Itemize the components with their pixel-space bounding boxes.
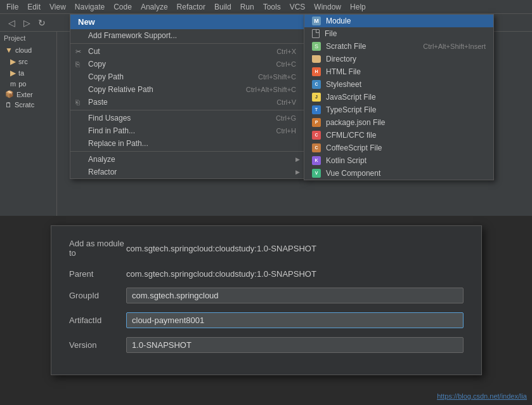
ctx-item-copy-relative-label: Copy Relative Path <box>88 85 153 94</box>
dialog-row-add-as-module: Add as module to com.sgtech.springcloud:… <box>69 239 464 258</box>
ctx-item-refactor[interactable]: Refactor <box>70 166 304 178</box>
dialog-version-input[interactable] <box>126 337 464 353</box>
toolbar-back-btn[interactable]: ◁ <box>5 17 18 29</box>
ctx-separator-3 <box>70 151 304 152</box>
ctx-item-add-framework[interactable]: Add Framework Support... <box>70 29 304 42</box>
ctx-item-copy-path[interactable]: Copy Path Ctrl+Shift+C <box>70 70 304 83</box>
dialog-artifactid-input[interactable] <box>126 312 464 328</box>
css-icon: C <box>312 80 321 89</box>
copy-icon: ⎘ <box>75 60 80 68</box>
scratch-icon: 🗒 <box>5 101 12 109</box>
sub-item-cfml[interactable]: C CFML/CFC file <box>304 129 493 142</box>
sidebar-item-po[interactable]: m po <box>0 79 56 89</box>
menu-code[interactable]: Code <box>110 1 136 13</box>
folder-icon: ▼ <box>5 46 13 55</box>
menu-run[interactable]: Run <box>237 1 258 13</box>
ctx-separator-1 <box>70 43 304 44</box>
menu-window[interactable]: Window <box>310 1 345 13</box>
ctx-item-copy-relative-shortcut: Ctrl+Alt+Shift+C <box>246 86 296 93</box>
dialog-row-artifactid: ArtifactId <box>69 312 464 328</box>
menu-file[interactable]: File <box>3 1 22 13</box>
menu-tools[interactable]: Tools <box>259 1 285 13</box>
ctx-item-cut[interactable]: ✂ Cut Ctrl+X <box>70 45 304 58</box>
menu-navigate[interactable]: Navigate <box>71 1 108 13</box>
file-icon <box>312 29 320 38</box>
ctx-item-paste[interactable]: ⎗ Paste Ctrl+V <box>70 96 304 109</box>
sidebar-item-extern-label: Exter <box>16 91 33 98</box>
ctx-item-find-usages-shortcut: Ctrl+G <box>276 114 296 122</box>
menu-edit[interactable]: Edit <box>23 1 44 13</box>
sub-item-scratch-file-label: Scratch File <box>326 42 366 51</box>
sidebar-item-scratch[interactable]: 🗒 Scratc <box>0 100 56 110</box>
sidebar-item-ta[interactable]: ▶ ta <box>0 67 56 79</box>
sub-item-module[interactable]: M Module <box>304 15 493 27</box>
dialog-row-parent: Parent com.sgtech.springcloud:cloudstudy… <box>69 269 464 279</box>
module-dialog: Add as module to com.sgtech.springcloud:… <box>51 225 482 375</box>
dialog-groupid-input[interactable] <box>126 288 464 303</box>
module-icon: M <box>312 17 321 25</box>
sub-item-vue[interactable]: V Vue Component <box>304 167 493 180</box>
kotlin-icon: K <box>312 156 321 165</box>
sidebar-item-extern[interactable]: 📦 Exter <box>0 89 56 100</box>
sub-item-ts-label: TypeScript File <box>326 105 376 114</box>
file-icon-po: m <box>10 80 16 88</box>
ctx-item-refactor-label: Refactor <box>88 168 117 176</box>
sub-item-scratch-file-shortcut: Ctrl+Alt+Shift+Insert <box>423 43 486 50</box>
sub-item-js[interactable]: J JavaScript File <box>304 91 493 103</box>
ctx-item-copy-relative[interactable]: Copy Relative Path Ctrl+Alt+Shift+C <box>70 83 304 96</box>
sub-item-html[interactable]: H HTML File <box>304 65 493 78</box>
watermark: https://blog.csdn.net/index/lia <box>437 392 527 400</box>
sub-item-file-label: File <box>325 29 337 38</box>
ctx-item-analyze[interactable]: Analyze <box>70 153 304 166</box>
sidebar-panel: Project ▼ cloud ▶ src ▶ ta m po 📦 Exter … <box>0 32 57 216</box>
sub-item-js-label: JavaScript File <box>326 93 376 102</box>
dialog-row-groupid: GroupId <box>69 288 464 303</box>
toolbar-forward-btn[interactable]: ▷ <box>20 17 33 29</box>
sidebar-item-src[interactable]: ▶ src <box>0 56 56 67</box>
ctx-item-cut-shortcut: Ctrl+X <box>276 48 296 55</box>
sidebar-item-src-label: src <box>18 58 28 65</box>
html-icon: H <box>312 67 321 76</box>
sub-item-kotlin[interactable]: K Kotlin Script <box>304 154 493 167</box>
json-icon: P <box>312 118 321 127</box>
sidebar-item-po-label: po <box>18 80 26 88</box>
ctx-separator-2 <box>70 110 304 110</box>
dialog-parent-value: com.sgtech.springcloud:cloudstudy:1.0-SN… <box>126 269 316 279</box>
ctx-item-copy-path-shortcut: Ctrl+Shift+C <box>258 73 296 81</box>
sub-item-package-json-label: package.json File <box>326 118 385 127</box>
ts-icon: T <box>312 105 321 114</box>
menu-build[interactable]: Build <box>211 1 235 13</box>
dialog-row-version: Version <box>69 337 464 353</box>
context-menu-header: New <box>70 15 304 29</box>
ctx-item-replace-in-path[interactable]: Replace in Path... <box>70 137 304 150</box>
menu-help[interactable]: Help <box>346 1 370 13</box>
sub-item-vue-label: Vue Component <box>326 169 380 178</box>
sub-item-cfml-label: CFML/CFC file <box>326 131 376 140</box>
ctx-item-copy-label: Copy <box>88 60 106 69</box>
scratch-file-icon: S <box>312 42 321 51</box>
sidebar-item-cloud[interactable]: ▼ cloud <box>0 44 56 56</box>
directory-icon <box>312 55 321 63</box>
menu-refactor[interactable]: Refactor <box>173 1 209 13</box>
ctx-item-find-in-path[interactable]: Find in Path... Ctrl+H <box>70 124 304 137</box>
menu-analyze[interactable]: Analyze <box>137 1 172 13</box>
sub-item-coffee[interactable]: C CoffeeScript File <box>304 142 493 154</box>
sub-item-kotlin-label: Kotlin Script <box>326 156 367 165</box>
ctx-item-copy[interactable]: ⎘ Copy Ctrl+C <box>70 58 304 70</box>
cut-icon: ✂ <box>75 48 81 56</box>
sidebar-item-cloud-label: cloud <box>15 46 32 54</box>
ctx-item-find-usages[interactable]: Find Usages Ctrl+G <box>70 112 304 124</box>
vue-icon: V <box>312 169 321 178</box>
sub-item-scratch-file[interactable]: S Scratch File Ctrl+Alt+Shift+Insert <box>304 40 493 53</box>
sub-item-stylesheet[interactable]: C Stylesheet <box>304 78 493 91</box>
sub-item-package-json[interactable]: P package.json File <box>304 116 493 129</box>
menu-view[interactable]: View <box>46 1 70 13</box>
sub-item-ts[interactable]: T TypeScript File <box>304 103 493 116</box>
menu-vcs[interactable]: VCS <box>286 1 309 13</box>
sub-item-stylesheet-label: Stylesheet <box>326 80 361 89</box>
sub-item-file[interactable]: File <box>304 27 493 40</box>
toolbar-refresh-btn[interactable]: ↻ <box>36 17 48 29</box>
context-menu: New Add Framework Support... ✂ Cut Ctrl+… <box>70 14 304 179</box>
ctx-item-add-framework-label: Add Framework Support... <box>88 31 177 40</box>
sub-item-directory[interactable]: Directory <box>304 53 493 65</box>
